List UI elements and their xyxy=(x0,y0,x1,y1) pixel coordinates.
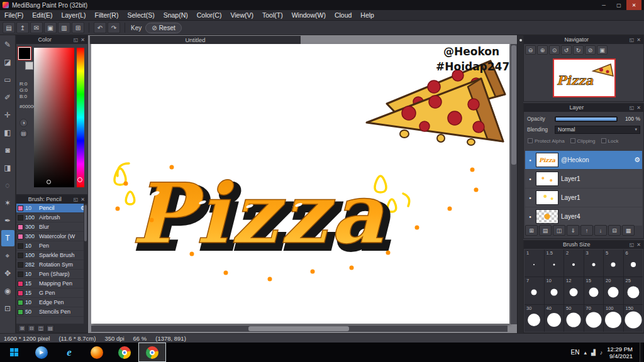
zoom-tool[interactable]: ◉ xyxy=(1,283,14,299)
visibility-toggle[interactable]: ● xyxy=(527,215,533,219)
brush-settings-icon[interactable]: ▤ xyxy=(47,325,54,332)
firefox-icon[interactable] xyxy=(83,343,111,362)
hidden-icons-chevron[interactable]: ▴ xyxy=(584,349,587,356)
brush-row-mapping-pen[interactable]: 15 Mapping Pen xyxy=(16,279,87,288)
visibility-toggle[interactable]: ● xyxy=(527,196,533,200)
brush-row-pen-sharp[interactable]: 10 Pen (Sharp) xyxy=(16,270,87,279)
brush-row-pen[interactable]: 10 Pen xyxy=(16,241,87,251)
media-player-icon[interactable]: ▶ xyxy=(28,343,55,362)
brush-row-rotation-sym[interactable]: 282 Rotation Sym xyxy=(16,260,87,270)
brush-size-cell[interactable]: 20 xyxy=(604,277,623,304)
brush-size-cell[interactable]: 1 xyxy=(525,250,544,277)
brush-row-edge-pen[interactable]: 10 Edge Pen xyxy=(16,298,87,307)
popout-icon[interactable]: ◱ xyxy=(74,36,79,44)
brush-size-cell[interactable]: 25 xyxy=(624,277,643,304)
clipping-checkbox[interactable]: Clipping xyxy=(570,138,596,144)
menu-color[interactable]: Color(C) xyxy=(192,10,226,20)
volume-icon[interactable]: ♪ xyxy=(600,349,603,356)
redo-button[interactable]: ↷ xyxy=(108,22,120,33)
visibility-toggle[interactable]: ● xyxy=(527,177,533,181)
medibang-taskbar-icon[interactable] xyxy=(138,343,166,362)
background-color-swatch[interactable] xyxy=(25,62,33,70)
brush-size-cell[interactable]: 12 xyxy=(564,277,584,304)
brush-size-cell[interactable]: 150 xyxy=(624,305,643,332)
internet-explorer-icon[interactable]: e xyxy=(55,343,83,362)
brush-size-cell[interactable]: 2 xyxy=(564,250,584,277)
brush-tool[interactable]: ✎ xyxy=(1,36,14,53)
brush-size-cell[interactable]: 1.5 xyxy=(545,250,564,277)
layer-row-heokon[interactable]: ● Pizza @Heokon ⚙ xyxy=(525,151,642,169)
brush-size-cell[interactable]: 100 xyxy=(604,305,623,332)
zoom-reset-icon[interactable]: ⊙ xyxy=(549,45,560,55)
brush-size-cell[interactable]: 7 xyxy=(525,277,544,304)
brush-size-cell[interactable]: 10 xyxy=(545,277,564,304)
network-icon[interactable]: ▟ xyxy=(591,349,596,356)
eyedropper-tool[interactable]: ⌖ xyxy=(1,248,14,264)
hue-slider[interactable] xyxy=(77,48,84,187)
move-down-icon[interactable]: ↓ xyxy=(594,225,607,236)
hand-tool[interactable]: ✥ xyxy=(1,265,14,282)
brush-size-cell[interactable]: 50 xyxy=(564,305,584,332)
fill-tool[interactable]: ◧ xyxy=(1,124,14,141)
brush-row-stencils-pen[interactable]: 50 Stencils Pen xyxy=(16,307,87,317)
layer-row-layer4[interactable]: ● Layer4 xyxy=(525,207,642,226)
brush-row-g-pen[interactable]: 15 G Pen xyxy=(16,288,87,298)
comment-icon[interactable]: ▣ xyxy=(44,22,57,33)
brush-size-cell[interactable]: 30 xyxy=(525,305,544,332)
visibility-toggle[interactable]: ● xyxy=(527,158,533,162)
gradient-tool[interactable]: ◨ xyxy=(1,160,14,176)
move-tool[interactable]: ✛ xyxy=(1,107,14,123)
brush-row-airbrush[interactable]: 100 Airbrush xyxy=(16,213,87,222)
select-tool[interactable]: ▭ xyxy=(1,72,14,88)
menu-select[interactable]: Select(S) xyxy=(123,10,158,20)
menu-help[interactable]: Help xyxy=(356,10,379,20)
show-desktop-button[interactable] xyxy=(640,343,643,362)
menu-snap[interactable]: Snap(N) xyxy=(159,10,192,20)
close-icon[interactable]: ✕ xyxy=(636,104,641,112)
brush-size-cell[interactable]: 15 xyxy=(584,277,604,304)
magic-wand-tool[interactable]: ✶ xyxy=(1,195,14,211)
rotate-left-icon[interactable]: ↺ xyxy=(561,45,572,55)
close-icon[interactable]: ✕ xyxy=(636,241,641,249)
brush-size-cell[interactable]: 70 xyxy=(584,305,604,332)
close-icon[interactable]: ✕ xyxy=(80,195,85,204)
menu-layer[interactable]: Layer(L) xyxy=(57,10,90,20)
delete-brush-icon[interactable]: ⊟ xyxy=(28,325,35,332)
select-pen-tool[interactable]: ✒ xyxy=(1,212,14,229)
popout-icon[interactable]: ◱ xyxy=(630,36,635,44)
brush-size-cell[interactable]: 5 xyxy=(604,250,623,277)
blending-dropdown[interactable]: Normal ▾ xyxy=(555,126,640,134)
move-up-icon[interactable]: ↑ xyxy=(580,225,593,236)
add-brush-icon[interactable]: ⊞ xyxy=(18,325,26,332)
splitter-handle[interactable] xyxy=(519,39,522,41)
close-icon[interactable]: ✕ xyxy=(636,36,641,44)
zoom-out-icon[interactable]: ⊖ xyxy=(525,45,536,55)
brush-size-cell[interactable]: 6 xyxy=(624,250,643,277)
menu-tool[interactable]: Tool(T) xyxy=(258,10,287,20)
close-icon[interactable]: ✕ xyxy=(80,36,85,44)
canvas[interactable]: @Heokon #Hoidap247 Pizza Pizza xyxy=(91,44,509,324)
scrollbar-thumb[interactable] xyxy=(511,45,516,165)
lock-checkbox[interactable]: Lock xyxy=(601,138,619,144)
popout-icon[interactable]: ◱ xyxy=(630,104,635,112)
layer-row-layer1b[interactable]: ● Layer1 xyxy=(525,189,642,207)
maximize-button[interactable]: ▢ xyxy=(611,0,626,10)
zoom-in-icon[interactable]: ⊕ xyxy=(537,45,548,55)
brush-row-pencil[interactable]: 10 Pencil ⚙ xyxy=(16,204,87,213)
popout-icon[interactable]: ◱ xyxy=(74,195,79,204)
language-indicator[interactable]: EN xyxy=(570,349,579,356)
duplicate-brush-icon[interactable]: ◫ xyxy=(37,325,45,332)
popout-icon[interactable]: ◱ xyxy=(630,241,635,249)
brush-list-scrollbar[interactable] xyxy=(84,204,87,324)
merge-down-icon[interactable]: ⇓ xyxy=(567,225,579,236)
rotate-right-icon[interactable]: ↻ xyxy=(573,45,584,55)
undo-button[interactable]: ↶ xyxy=(94,22,106,33)
color-wheel-icon[interactable]: ◑ xyxy=(19,119,28,127)
document-icon[interactable]: ▥ xyxy=(58,22,70,33)
document-tab[interactable]: Untitled xyxy=(90,36,301,44)
menu-cloud[interactable]: Cloud xyxy=(330,10,356,20)
saturation-value-picker[interactable] xyxy=(34,48,74,187)
bucket-tool[interactable]: ◙ xyxy=(1,142,14,158)
minimize-button[interactable]: ─ xyxy=(596,0,611,10)
close-button[interactable]: ✕ xyxy=(626,0,641,10)
